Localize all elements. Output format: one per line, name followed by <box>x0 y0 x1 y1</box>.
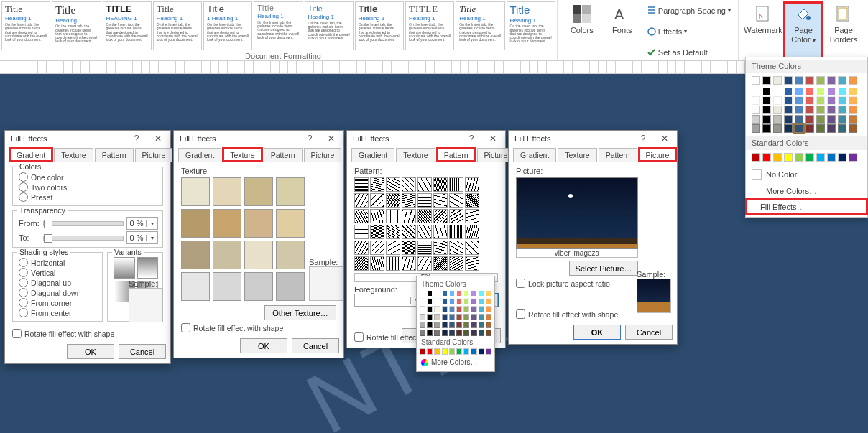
color-swatch[interactable] <box>838 153 846 162</box>
pattern-swatch[interactable] <box>354 177 369 192</box>
color-swatch[interactable] <box>449 290 455 297</box>
color-swatch[interactable] <box>463 298 469 304</box>
pattern-swatch[interactable] <box>465 177 479 192</box>
fonts-button[interactable]: A Fonts <box>602 1 642 60</box>
texture-swatch[interactable] <box>276 272 305 301</box>
color-swatch[interactable] <box>442 298 448 304</box>
color-swatch[interactable] <box>805 96 814 105</box>
color-swatch[interactable] <box>773 87 782 96</box>
color-swatch[interactable] <box>805 124 814 133</box>
color-swatch[interactable] <box>434 330 440 336</box>
tab-picture[interactable]: Picture <box>304 148 342 162</box>
style-thumb[interactable]: TITLEHeading 1On the Insert tab, the gal… <box>405 1 454 50</box>
pattern-swatch[interactable] <box>402 225 416 239</box>
color-swatch[interactable] <box>427 306 433 312</box>
pattern-swatch[interactable] <box>465 209 479 223</box>
color-swatch[interactable] <box>795 115 803 124</box>
texture-swatch[interactable] <box>181 241 210 269</box>
color-swatch[interactable] <box>838 124 846 133</box>
color-swatch[interactable] <box>762 106 771 114</box>
color-swatch[interactable] <box>456 348 462 355</box>
pattern-swatch[interactable] <box>386 193 400 208</box>
color-swatch[interactable] <box>849 115 857 124</box>
color-swatch[interactable] <box>838 115 846 124</box>
color-swatch[interactable] <box>486 298 491 304</box>
color-swatch[interactable] <box>427 322 433 328</box>
color-swatch[interactable] <box>434 322 440 328</box>
shading-center[interactable] <box>19 308 28 317</box>
texture-swatch[interactable] <box>213 241 241 269</box>
color-swatch[interactable] <box>838 87 846 96</box>
color-swatch[interactable] <box>471 298 476 304</box>
pattern-swatch[interactable] <box>402 209 416 223</box>
color-swatch[interactable] <box>773 153 782 162</box>
color-swatch[interactable] <box>471 330 476 336</box>
color-swatch[interactable] <box>442 290 448 297</box>
help-icon[interactable]: ? <box>462 132 481 145</box>
color-swatch[interactable] <box>486 348 491 355</box>
color-swatch[interactable] <box>427 348 433 355</box>
shading-corner[interactable] <box>19 298 28 307</box>
color-swatch[interactable] <box>773 96 782 105</box>
pattern-swatch[interactable] <box>386 209 400 223</box>
tab-gradient[interactable]: Gradient <box>513 148 556 162</box>
help-icon[interactable]: ? <box>634 132 652 145</box>
pattern-swatch[interactable] <box>402 256 416 271</box>
texture-swatch[interactable] <box>244 177 273 206</box>
color-swatch[interactable] <box>784 153 793 162</box>
color-swatch[interactable] <box>486 322 491 328</box>
cancel-button[interactable]: Cancel <box>119 344 166 359</box>
ok-button[interactable]: OK <box>573 325 621 340</box>
pattern-swatch[interactable] <box>354 241 369 255</box>
color-swatch[interactable] <box>463 314 469 320</box>
color-swatch[interactable] <box>427 330 433 336</box>
page-borders-button[interactable]: Page Borders <box>823 1 864 60</box>
set-default-button[interactable]: Set as Default <box>642 45 734 60</box>
pattern-swatch[interactable] <box>354 225 369 239</box>
color-swatch[interactable] <box>805 106 814 114</box>
pattern-swatch[interactable] <box>433 256 448 271</box>
color-swatch[interactable] <box>463 348 469 355</box>
style-thumb[interactable]: TitleHeading 1On the Insert tab, the gal… <box>254 1 303 50</box>
color-swatch[interactable] <box>442 348 448 355</box>
pattern-swatch[interactable] <box>370 256 384 271</box>
style-thumb[interactable]: TitleHeading 1On the Insert tab, the gal… <box>456 1 504 50</box>
tab-pattern[interactable]: Pattern <box>599 148 637 162</box>
color-swatch[interactable] <box>784 87 793 96</box>
cancel-button[interactable]: Cancel <box>292 338 339 353</box>
shading-diag-up[interactable] <box>19 278 28 287</box>
color-swatch[interactable] <box>486 306 491 312</box>
color-swatch[interactable] <box>795 153 803 162</box>
color-swatch[interactable] <box>838 76 846 85</box>
color-swatch[interactable] <box>456 298 462 304</box>
tab-texture[interactable]: Texture <box>558 148 596 162</box>
color-swatch[interactable] <box>420 298 425 304</box>
color-swatch[interactable] <box>420 348 425 355</box>
tab-texture[interactable]: Texture <box>54 148 93 162</box>
pattern-swatch[interactable] <box>465 225 479 239</box>
color-swatch[interactable] <box>816 96 825 105</box>
watermark-button[interactable]: A Watermark <box>743 1 783 60</box>
color-swatch[interactable] <box>827 96 836 105</box>
color-swatch[interactable] <box>816 87 825 96</box>
color-swatch[interactable] <box>784 96 793 105</box>
texture-swatch[interactable] <box>181 209 210 238</box>
texture-swatch[interactable] <box>276 177 305 206</box>
pattern-swatch[interactable] <box>370 177 384 192</box>
rotate-check[interactable] <box>12 329 22 338</box>
other-texture-button[interactable]: Other Texture… <box>264 305 336 320</box>
color-swatch[interactable] <box>784 76 793 85</box>
color-swatch[interactable] <box>449 348 455 355</box>
select-picture-button[interactable]: Select Picture… <box>569 261 638 276</box>
color-swatch[interactable] <box>449 314 455 320</box>
pattern-swatch[interactable] <box>433 193 448 208</box>
style-thumb[interactable]: TitleHeading 1On the Insert tab, the gal… <box>52 1 101 50</box>
color-swatch[interactable] <box>420 306 425 312</box>
color-swatch[interactable] <box>784 115 793 124</box>
pattern-swatch[interactable] <box>417 256 432 271</box>
color-swatch[interactable] <box>838 106 846 114</box>
color-swatch[interactable] <box>442 314 448 320</box>
color-swatch[interactable] <box>816 115 825 124</box>
tab-texture[interactable]: Texture <box>223 148 262 162</box>
pattern-swatch[interactable] <box>433 177 448 192</box>
